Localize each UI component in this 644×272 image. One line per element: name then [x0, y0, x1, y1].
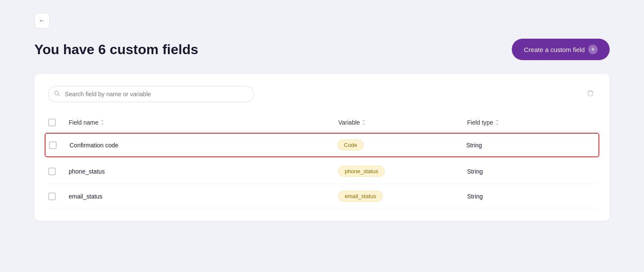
create-custom-field-button[interactable]: Create a custom field +: [512, 39, 610, 60]
row-1-field-type: String: [466, 142, 595, 149]
back-icon: ←: [39, 17, 46, 24]
header-field-name: Field name: [69, 119, 338, 126]
row-3-field-name: email_status: [69, 193, 338, 200]
row-2-checkbox[interactable]: [48, 168, 56, 175]
row-1-variable: Code: [337, 140, 466, 150]
row-checkbox-cell-3: [48, 193, 69, 200]
header-variable: Variable: [338, 119, 467, 126]
row-2-field-type: String: [467, 168, 596, 175]
row-2-variable-badge: phone_status: [338, 166, 385, 177]
row-1-variable-badge: Code: [337, 140, 364, 150]
header-row: You have 6 custom fields Create a custom…: [34, 39, 610, 60]
row-3-field-type: String: [467, 193, 596, 200]
row-2-field-name: phone_status: [69, 168, 338, 175]
header-field-type: Field type: [467, 119, 596, 126]
row-checkbox-cell-1: [49, 141, 70, 149]
table-row: phone_status phone_status String: [48, 159, 596, 184]
variable-sort-icon[interactable]: [361, 119, 366, 125]
row-3-variable-badge: email_status: [338, 191, 383, 202]
row-1-field-name: Confirmation code: [70, 142, 337, 149]
content-card: Field name Variable Fiel: [34, 74, 610, 221]
row-checkbox-cell-2: [48, 168, 69, 175]
create-button-label: Create a custom field: [524, 46, 585, 53]
table-row: email_status email_status String: [48, 184, 596, 209]
search-row: [48, 86, 596, 102]
header-checkbox[interactable]: [48, 119, 56, 126]
row-2-variable: phone_status: [338, 166, 467, 177]
search-input-wrapper: [48, 86, 254, 102]
search-input[interactable]: [48, 86, 254, 102]
header-checkbox-cell: [48, 119, 69, 126]
row-1-checkbox[interactable]: [49, 141, 57, 149]
row-3-checkbox[interactable]: [48, 193, 56, 200]
table-row: Confirmation code Code String: [45, 133, 599, 157]
page-title: You have 6 custom fields: [34, 42, 198, 58]
search-icon: [54, 91, 60, 98]
page-container: ← You have 6 custom fields Create a cust…: [0, 0, 644, 234]
field-type-sort-icon[interactable]: [495, 119, 499, 125]
row-3-variable: email_status: [338, 191, 467, 202]
delete-icon-button[interactable]: [585, 88, 596, 101]
table-header: Field name Variable Fiel: [48, 114, 596, 131]
plus-icon: +: [588, 45, 598, 54]
back-button[interactable]: ←: [34, 13, 50, 28]
field-name-sort-icon[interactable]: [100, 119, 104, 125]
svg-line-1: [58, 95, 59, 96]
